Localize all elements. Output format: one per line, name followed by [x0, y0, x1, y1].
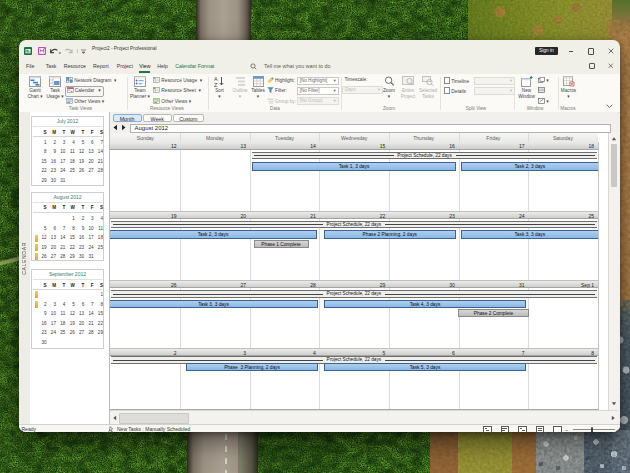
svg-text:Z: Z: [214, 82, 218, 88]
